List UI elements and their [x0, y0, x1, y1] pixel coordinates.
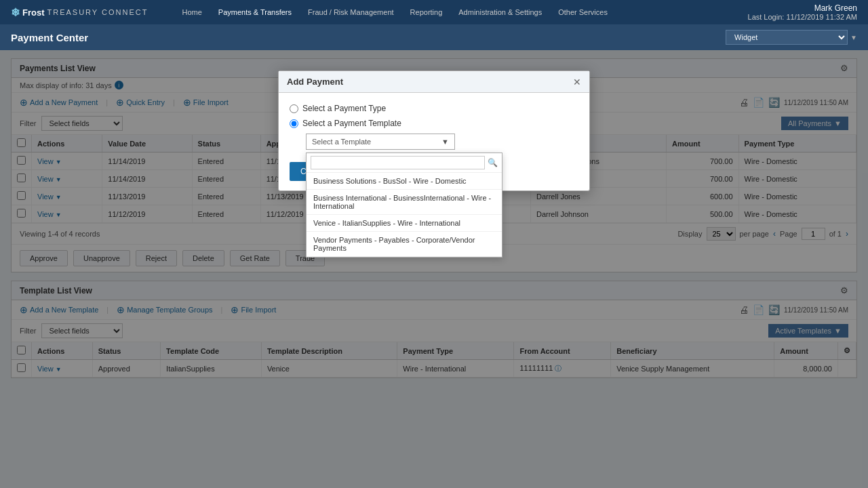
nav-payments-transfers[interactable]: Payments & Transfers	[210, 0, 300, 24]
dropdown-search-row: 🔍	[307, 153, 502, 173]
main-content: Payments List View ⚙ Max display of info…	[0, 50, 868, 488]
nav-items: Home Payments & Transfers Fraud / Risk M…	[174, 0, 615, 24]
user-info: Mark Green Last Login: 11/12/2019 11:32 …	[748, 3, 857, 21]
modal-title: Add Payment	[287, 77, 343, 87]
dropdown-item-1[interactable]: Business International - BusinessInterna…	[307, 190, 502, 215]
modal-overlay: Add Payment ✕ Select a Payment Type Sele…	[0, 50, 868, 488]
template-select-placeholder: Select a Template	[312, 138, 371, 146]
page-title: Payment Center	[11, 32, 88, 43]
payment-type-radio-row: Select a Payment Type	[290, 104, 578, 113]
nav-admin-settings[interactable]: Administration & Settings	[450, 0, 550, 24]
template-dropdown-arrow-icon: ▼	[441, 138, 449, 146]
dropdown-item-2[interactable]: Venice - ItalianSupplies - Wire - Intern…	[307, 215, 502, 232]
dropdown-item-3[interactable]: Vendor Payments - Payables - Corporate/V…	[307, 232, 502, 257]
logo: ❄ Frost TREASURY CONNECT	[11, 6, 148, 19]
brand-name: Frost	[22, 7, 45, 18]
nav-home[interactable]: Home	[174, 0, 210, 24]
nav-fraud-risk[interactable]: Fraud / Risk Management	[300, 0, 402, 24]
template-dropdown-popup: 🔍 Business Solutions - BusSol - Wire - D…	[306, 152, 502, 258]
search-icon: 🔍	[488, 158, 498, 167]
select-payment-template-label: Select a Payment Template	[302, 119, 401, 128]
dropdown-search-input[interactable]	[311, 156, 485, 169]
dropdown-item-0[interactable]: Business Solutions - BusSol - Wire - Dom…	[307, 173, 502, 190]
modal-header: Add Payment ✕	[279, 71, 589, 93]
nav-other-services[interactable]: Other Services	[550, 0, 616, 24]
last-login: Last Login: 11/12/2019 11:32 AM	[748, 13, 857, 21]
modal-body: Select a Payment Type Select a Payment T…	[279, 93, 589, 155]
username: Mark Green	[748, 3, 857, 13]
sub-header: Payment Center Widget ▼	[0, 24, 868, 50]
template-dropdown-container: Select a Template ▼ 🔍 Business Solutions…	[306, 134, 578, 150]
top-navbar: ❄ Frost TREASURY CONNECT Home Payments &…	[0, 0, 868, 24]
select-payment-type-radio[interactable]	[290, 104, 298, 113]
select-payment-type-label: Select a Payment Type	[302, 104, 386, 113]
modal-close-button[interactable]: ✕	[573, 77, 581, 87]
select-payment-template-radio[interactable]	[290, 119, 298, 128]
nav-reporting[interactable]: Reporting	[402, 0, 451, 24]
product-name: TREASURY CONNECT	[47, 8, 149, 16]
add-payment-modal: Add Payment ✕ Select a Payment Type Sele…	[278, 70, 590, 191]
widget-selector: Widget ▼	[726, 30, 857, 45]
template-select-button[interactable]: Select a Template ▼	[306, 134, 455, 150]
widget-dropdown-arrow: ▼	[850, 34, 857, 41]
widget-dropdown[interactable]: Widget	[726, 30, 848, 45]
frost-snowflake-icon: ❄	[11, 6, 20, 19]
payment-template-radio-row: Select a Payment Template	[290, 119, 578, 128]
top-nav-left: ❄ Frost TREASURY CONNECT Home Payments &…	[11, 0, 616, 24]
